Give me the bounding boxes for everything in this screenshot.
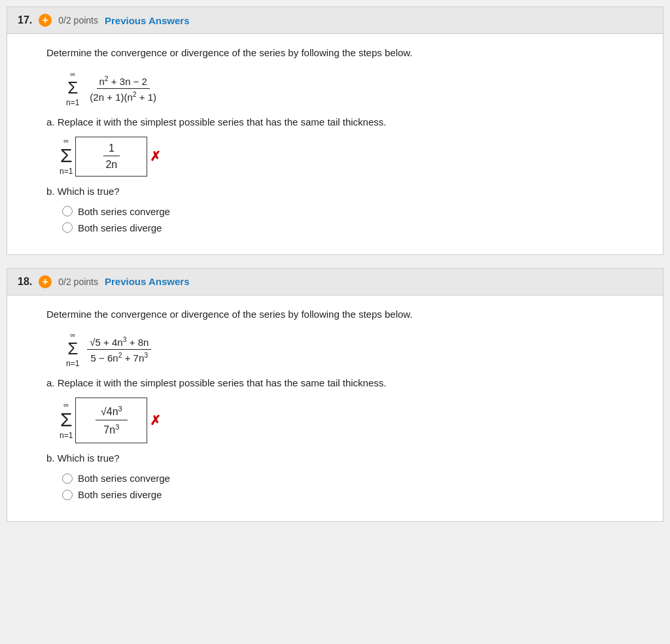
fraction-den-17: (2n + 1)(n2 + 1)	[87, 89, 159, 103]
series-display-17: ∞ Σ n=1 n2 + 3n − 2 (2n + 1)(n2 + 1)	[66, 70, 647, 107]
part-a-label-17: a. Replace it with the simplest possible…	[46, 116, 647, 127]
sigma-symbol-17: Σ	[67, 78, 78, 98]
fraction-den-18: 5 − 6n2 + 7n3	[88, 350, 151, 364]
problem-statement-18: Determine the convergence or divergence …	[46, 307, 647, 322]
wrong-mark-17: ✗	[150, 148, 161, 164]
fraction-num-17: n2 + 3n − 2	[97, 75, 150, 89]
problem-statement-17: Determine the convergence or divergence …	[46, 46, 647, 61]
option-converge-label-17: Both series converge	[78, 206, 170, 217]
wrong-mark-18: ✗	[150, 413, 161, 428]
answer-box-inner-18: √4n3 7n3	[96, 405, 128, 436]
radio-option-converge-18[interactable]: Both series converge	[62, 473, 647, 484]
part-b-label-17: b. Which is true?	[46, 186, 647, 197]
answer-row-18: ∞ Σ n=1 √4n3 7n3 ✗	[60, 398, 647, 443]
prev-answers-link-18[interactable]: Previous Answers	[105, 276, 190, 287]
series-display-18: ∞ Σ n=1 √5 + 4n3 + 8n 5 − 6n2 + 7n3	[66, 331, 647, 368]
question-17-body: Determine the convergence or divergence …	[7, 34, 663, 254]
answer-sigma-top-17: ∞	[63, 137, 69, 144]
answer-den-17: 2n	[105, 159, 117, 171]
question-18-block: 18. + 0/2 points Previous Answers Determ…	[7, 268, 663, 522]
prev-answers-link-17[interactable]: Previous Answers	[105, 15, 190, 26]
radio-circle-converge-18[interactable]	[62, 473, 73, 484]
points-17: 0/2 points	[58, 15, 98, 25]
part-b-label-18: b. Which is true?	[46, 452, 647, 464]
fraction-18: √5 + 4n3 + 8n 5 − 6n2 + 7n3	[87, 335, 151, 364]
question-18-header: 18. + 0/2 points Previous Answers	[7, 269, 663, 296]
question-17-number: 17.	[18, 14, 32, 26]
fraction-17: n2 + 3n − 2 (2n + 1)(n2 + 1)	[87, 75, 159, 103]
answer-row-17: ∞ Σ n=1 1 2n ✗	[60, 137, 647, 177]
answer-sigma-bottom-17: n=1	[60, 167, 73, 176]
sigma-col-17: ∞ Σ n=1	[66, 70, 79, 107]
page: 17. + 0/2 points Previous Answers Determ…	[0, 0, 670, 541]
radio-option-diverge-18[interactable]: Both series diverge	[62, 489, 647, 500]
question-17-block: 17. + 0/2 points Previous Answers Determ…	[7, 7, 663, 255]
question-18-body: Determine the convergence or divergence …	[7, 296, 663, 522]
sigma-col-18: ∞ Σ n=1	[66, 331, 79, 368]
sigma-top-18: ∞	[70, 331, 75, 339]
sigma-bottom-18: n=1	[66, 359, 79, 368]
answer-sigma-col-18: ∞ Σ n=1	[60, 401, 73, 440]
option-diverge-label-17: Both series diverge	[78, 222, 162, 233]
answer-num-17: 1	[103, 143, 120, 156]
option-converge-label-18: Both series converge	[78, 473, 170, 484]
sigma-bottom-17: n=1	[66, 98, 79, 107]
answer-den-18: 7n3	[103, 423, 119, 436]
radio-circle-diverge-18[interactable]	[62, 490, 73, 500]
sigma-top-17: ∞	[70, 70, 75, 78]
answer-sigma-top-18: ∞	[63, 401, 69, 409]
radio-option-diverge-17[interactable]: Both series diverge	[62, 222, 647, 233]
radio-circle-diverge-17[interactable]	[62, 222, 73, 233]
answer-sigma-col-17: ∞ Σ n=1	[60, 137, 73, 176]
answer-num-18: √4n3	[96, 405, 128, 420]
question-18-number: 18.	[18, 276, 32, 288]
answer-box-inner-17: 1 2n	[103, 143, 120, 171]
points-icon-18: +	[39, 275, 52, 288]
sigma-symbol-18: Σ	[67, 339, 78, 359]
points-18: 0/2 points	[58, 277, 98, 287]
points-icon-17: +	[39, 14, 52, 27]
radio-circle-converge-17[interactable]	[62, 206, 73, 216]
answer-box-17[interactable]: 1 2n	[75, 137, 147, 177]
part-a-label-18: a. Replace it with the simplest possible…	[46, 377, 647, 388]
question-17-header: 17. + 0/2 points Previous Answers	[7, 7, 663, 34]
option-diverge-label-18: Both series diverge	[78, 489, 162, 500]
answer-sigma-symbol-18: Σ	[60, 409, 73, 431]
answer-sigma-bottom-18: n=1	[60, 431, 73, 440]
answer-sigma-symbol-17: Σ	[60, 144, 73, 167]
fraction-num-18: √5 + 4n3 + 8n	[87, 335, 151, 350]
answer-box-18[interactable]: √4n3 7n3	[75, 398, 147, 443]
radio-option-converge-17[interactable]: Both series converge	[62, 206, 647, 217]
